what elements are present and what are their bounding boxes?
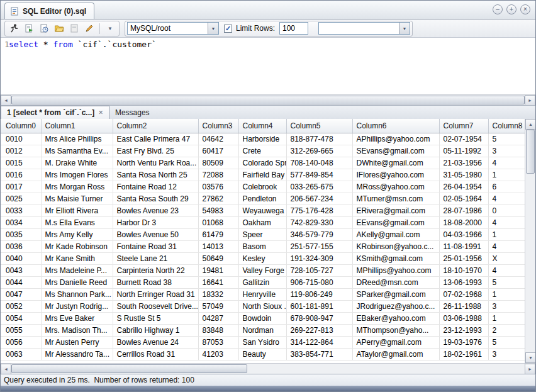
table-cell[interactable]: Cabrillo Highway 1 — [113, 324, 198, 336]
table-cell[interactable]: 60417 — [198, 145, 238, 157]
table-cell[interactable]: 14013 — [198, 240, 238, 252]
results-hscroll-thumb[interactable] — [11, 364, 247, 373]
table-cell[interactable]: DWhite@gmail.com — [352, 157, 439, 169]
table-row[interactable]: 0034M.s Ella EvansHarbor Dr 301068Oakham… — [1, 216, 525, 228]
table-cell[interactable]: 6 — [488, 181, 525, 193]
table-cell[interactable]: 54983 — [198, 204, 238, 216]
table-cell[interactable]: KSmith@gmail.com — [352, 252, 439, 264]
table-cell[interactable]: 3 — [488, 348, 525, 360]
table-cell[interactable]: 1 — [488, 169, 525, 181]
table-row[interactable]: 0052Mr Justyn Rodrig...South Roosevelt D… — [1, 300, 525, 312]
tab-result-1[interactable]: 1 [select * from `cif`.`c...] ✕ — [1, 106, 109, 119]
table-cell[interactable]: Cerrillos Road 31 — [113, 348, 198, 360]
table-cell[interactable]: 02-05-1964 — [439, 193, 488, 204]
table-cell[interactable]: 03-06-1988 — [439, 312, 488, 324]
table-cell[interactable]: North Ventu Park Roa... — [113, 157, 198, 169]
table-row[interactable]: 0015M. Drake WhiteNorth Ventu Park Roa..… — [1, 157, 525, 169]
table-row[interactable]: 0056Mr Austen PerryBowles Avenue 2487053… — [1, 336, 525, 348]
table-row[interactable]: 0036Mr Kade RobinsonFontaine Road 311401… — [1, 240, 525, 252]
table-cell[interactable]: Mr Kane Smith — [41, 252, 113, 264]
table-cell[interactable]: East Calle Primera 47 — [113, 133, 198, 145]
table-cell[interactable]: 708-140-048 — [286, 157, 352, 169]
table-row[interactable]: 0035Mrs Amy KellyBowles Avenue 5061479Sp… — [1, 228, 525, 240]
limit-rows-checkbox[interactable]: ✓ — [224, 25, 232, 33]
editor-hscroll-thumb[interactable] — [11, 96, 525, 104]
save-button[interactable] — [67, 22, 81, 35]
table-cell[interactable]: Santa Rosa South 29 — [113, 193, 198, 204]
table-cell[interactable]: Basom — [238, 240, 286, 252]
table-row[interactable]: 0055Mrs. Madison Th...Cabrillo Highway 1… — [1, 324, 525, 336]
table-cell[interactable]: Mrs Eve Baker — [41, 312, 113, 324]
table-cell[interactable]: DReed@msn.com — [352, 276, 439, 288]
table-cell[interactable]: 0044 — [1, 276, 41, 288]
table-cell[interactable]: MRoss@yahoo.com — [352, 181, 439, 193]
table-cell[interactable]: Mr Elliott Rivera — [41, 204, 113, 216]
table-cell[interactable]: 19481 — [198, 264, 238, 276]
table-cell[interactable]: 27862 — [198, 193, 238, 204]
table-cell[interactable]: East Fry Blvd. 25 — [113, 145, 198, 157]
table-cell[interactable]: 18-10-1970 — [439, 264, 488, 276]
table-row[interactable]: 0017Mrs Morgan RossFontaine Road 1203576… — [1, 181, 525, 193]
table-cell[interactable]: 0035 — [1, 228, 41, 240]
table-cell[interactable]: Fontaine Road 31 — [113, 240, 198, 252]
table-cell[interactable]: 5 — [488, 133, 525, 145]
table-cell[interactable]: 23-12-1993 — [439, 324, 488, 336]
table-cell[interactable]: MThompson@yaho... — [352, 324, 439, 336]
table-cell[interactable]: 18-02-1961 — [439, 348, 488, 360]
table-cell[interactable]: 0043 — [1, 264, 41, 276]
column-header[interactable]: Column0 — [1, 119, 41, 133]
table-row[interactable]: 0043Mrs Madeleine P...Carpinteria North … — [1, 264, 525, 276]
table-cell[interactable]: 1 — [488, 288, 525, 300]
table-cell[interactable]: 19-03-1976 — [439, 336, 488, 348]
table-cell[interactable]: 383-854-771 — [286, 348, 352, 360]
sql-history-button[interactable] — [37, 22, 51, 35]
table-row[interactable]: 0012Ms Samantha Ev...East Fry Blvd. 2560… — [1, 145, 525, 157]
table-cell[interactable]: 0033 — [1, 204, 41, 216]
connection-dropdown-arrow-icon[interactable]: ▼ — [208, 23, 218, 34]
column-header[interactable]: Column3 — [198, 119, 238, 133]
table-cell[interactable]: 119-806-249 — [286, 288, 352, 300]
table-cell[interactable]: Mrs Danielle Reed — [41, 276, 113, 288]
table-cell[interactable]: Fontaine Road 12 — [113, 181, 198, 193]
table-cell[interactable]: M.s Ella Evans — [41, 216, 113, 228]
table-cell[interactable]: 3 — [488, 145, 525, 157]
table-row[interactable]: 0025Ms Maisie TurnerSanta Rosa South 292… — [1, 193, 525, 204]
tab-sql-editor[interactable]: SQL Editor (0).sql — [4, 3, 94, 19]
table-cell[interactable]: Bowles Avenue 24 — [113, 336, 198, 348]
edit-button[interactable] — [82, 22, 96, 35]
table-cell[interactable]: 21-03-1956 — [439, 157, 488, 169]
table-cell[interactable]: 80509 — [198, 157, 238, 169]
table-cell[interactable]: Bowles Avenue 50 — [113, 228, 198, 240]
table-cell[interactable]: Oakham — [238, 216, 286, 228]
secondary-select[interactable]: ▼ — [318, 22, 410, 35]
table-cell[interactable]: 601-181-891 — [286, 300, 352, 312]
table-cell[interactable]: Mrs Amy Kelly — [41, 228, 113, 240]
results-vertical-scrollbar[interactable]: ▲ ▼ — [525, 119, 535, 363]
table-cell[interactable]: Bowles Avenue 23 — [113, 204, 198, 216]
sql-code-editor[interactable]: 1 select * from `cif`.`customer` — [1, 38, 535, 94]
table-cell[interactable]: 25-01-1956 — [439, 252, 488, 264]
table-cell[interactable]: 678-908-947 — [286, 312, 352, 324]
table-cell[interactable]: 728-105-727 — [286, 264, 352, 276]
table-cell[interactable]: 28-07-1986 — [439, 204, 488, 216]
table-cell[interactable]: North Sioux ... — [238, 300, 286, 312]
table-cell[interactable]: 0016 — [1, 169, 41, 181]
table-cell[interactable]: 26-11-1988 — [439, 300, 488, 312]
table-cell[interactable]: ATaylor@gmail.com — [352, 348, 439, 360]
table-cell[interactable]: AKelly@gmail.com — [352, 228, 439, 240]
results-hscroll-track[interactable] — [11, 364, 525, 374]
table-cell[interactable]: 4 — [488, 240, 525, 252]
table-cell[interactable]: 314-122-864 — [286, 336, 352, 348]
table-cell[interactable]: 033-265-675 — [286, 181, 352, 193]
results-vscroll-track[interactable] — [525, 130, 535, 352]
table-cell[interactable]: 72088 — [198, 169, 238, 181]
table-cell[interactable]: Gallitzin — [238, 276, 286, 288]
table-cell[interactable]: 16641 — [198, 276, 238, 288]
toolbar-overflow-button[interactable]: ▼ — [103, 22, 117, 35]
table-cell[interactable]: Mr Justyn Rodrig... — [41, 300, 113, 312]
table-cell[interactable]: North Erringer Road 31 — [113, 288, 198, 300]
scroll-right-arrow-icon[interactable]: ► — [525, 95, 535, 106]
table-cell[interactable]: Mr Austen Perry — [41, 336, 113, 348]
table-cell[interactable]: EEvans@gmail.com — [352, 216, 439, 228]
column-header[interactable]: Column2 — [113, 119, 198, 133]
